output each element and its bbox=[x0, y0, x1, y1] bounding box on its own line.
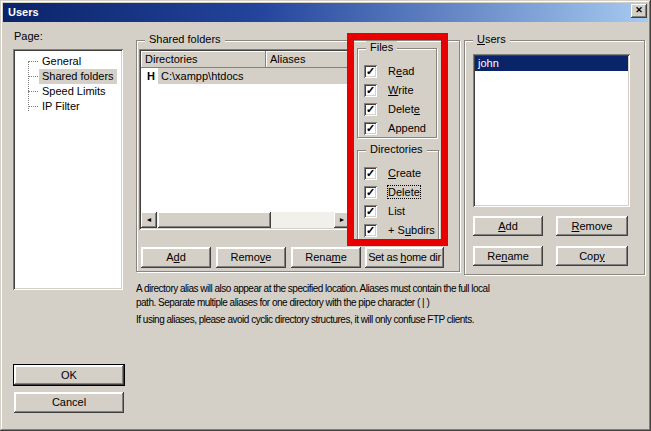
checkbox-label[interactable]: Delete bbox=[388, 103, 420, 115]
tree-item-label: IP Filter bbox=[39, 99, 83, 114]
page-label: Page: bbox=[14, 30, 43, 42]
checkmark-icon: ✓ bbox=[366, 223, 375, 237]
tree-stub bbox=[28, 91, 38, 92]
tree-stub bbox=[28, 106, 38, 107]
checkbox-row-delete-file: ✓ Delete bbox=[364, 101, 420, 115]
tree-stub bbox=[28, 61, 38, 62]
checkmark-icon: ✓ bbox=[366, 204, 375, 218]
page-tree: General Shared folders Speed Limits IP F… bbox=[13, 49, 123, 290]
directories-group-label: Directories bbox=[366, 143, 427, 155]
directories-group: Directories ✓ Create ✓ Delete ✓ List ✓ +… bbox=[357, 150, 439, 241]
tree-stub bbox=[28, 76, 38, 77]
scroll-left-button[interactable]: ◄ bbox=[141, 212, 157, 228]
rename-folder-button[interactable]: Rename bbox=[291, 247, 361, 268]
column-header-directories[interactable]: Directories bbox=[141, 51, 266, 68]
horizontal-scrollbar[interactable]: ◄ ► bbox=[141, 212, 350, 228]
checkmark-icon: ✓ bbox=[366, 102, 375, 116]
add-user-button[interactable]: Add bbox=[473, 216, 543, 236]
window-title: Users bbox=[8, 6, 39, 18]
tree-item-label: General bbox=[39, 54, 84, 69]
checkmark-icon: ✓ bbox=[366, 121, 375, 135]
files-group: Files ✓ Read ✓ Write ✓ Delete ✓ Append bbox=[357, 48, 437, 138]
scroll-left-icon: ◄ bbox=[146, 216, 153, 223]
sidebar-item-ip-filter[interactable]: IP Filter bbox=[13, 99, 123, 114]
scroll-right-button[interactable]: ► bbox=[334, 212, 350, 228]
tree-item-label: Speed Limits bbox=[39, 84, 109, 99]
files-group-label: Files bbox=[366, 41, 397, 53]
checkbox-row-list: ✓ List bbox=[364, 203, 405, 217]
subdirs-checkbox[interactable]: ✓ bbox=[364, 224, 377, 237]
scrollbar-thumb[interactable] bbox=[158, 212, 271, 228]
create-checkbox[interactable]: ✓ bbox=[364, 167, 377, 180]
checkbox-row-create: ✓ Create bbox=[364, 165, 421, 179]
directories-list[interactable]: Directories Aliases H C:\xampp\htdocs ◄ … bbox=[139, 49, 352, 230]
users-list[interactable]: john bbox=[473, 54, 630, 207]
users-group-label: Users bbox=[473, 33, 510, 45]
ok-button[interactable]: OK bbox=[13, 364, 125, 386]
cyclic-note: If using aliases, please avoid cyclic di… bbox=[136, 314, 474, 325]
checkmark-icon: ✓ bbox=[366, 64, 375, 78]
checkbox-label[interactable]: List bbox=[388, 205, 405, 217]
checkbox-row-read: ✓ Read bbox=[364, 63, 414, 77]
column-header-aliases[interactable]: Aliases bbox=[266, 51, 350, 68]
home-flag: H bbox=[147, 68, 155, 84]
list-checkbox[interactable]: ✓ bbox=[364, 205, 377, 218]
close-icon: ✕ bbox=[635, 5, 643, 15]
alias-note-line1: A directory alias will also appear at th… bbox=[136, 283, 489, 294]
checkmark-icon: ✓ bbox=[366, 166, 375, 180]
add-folder-button[interactable]: Add bbox=[141, 247, 211, 268]
write-checkbox[interactable]: ✓ bbox=[364, 84, 377, 97]
checkbox-label[interactable]: + Subdirs bbox=[388, 224, 435, 236]
checkbox-row-write: ✓ Write bbox=[364, 82, 414, 96]
set-as-home-dir-button[interactable]: Set as home dir bbox=[365, 247, 444, 268]
table-row[interactable]: H C:\xampp\htdocs bbox=[141, 68, 350, 84]
read-checkbox[interactable]: ✓ bbox=[364, 65, 377, 78]
checkbox-row-append: ✓ Append bbox=[364, 120, 426, 134]
title-bar[interactable]: Users bbox=[3, 3, 648, 22]
checkbox-label[interactable]: Read bbox=[388, 65, 414, 77]
tree-item-label: Shared folders bbox=[39, 69, 117, 84]
cancel-button[interactable]: Cancel bbox=[14, 392, 124, 413]
column-header-label: Directories bbox=[145, 53, 198, 65]
append-checkbox[interactable]: ✓ bbox=[364, 122, 377, 135]
scroll-right-icon: ► bbox=[339, 216, 346, 223]
checkbox-row-delete-dir: ✓ Delete bbox=[364, 184, 420, 198]
checkbox-row-subdirs: ✓ + Subdirs bbox=[364, 222, 435, 236]
close-button[interactable]: ✕ bbox=[631, 4, 647, 18]
sidebar-item-shared-folders[interactable]: Shared folders bbox=[13, 69, 123, 84]
list-item-user[interactable]: john bbox=[475, 56, 628, 71]
checkbox-label[interactable]: Write bbox=[388, 84, 413, 96]
checkbox-label[interactable]: Create bbox=[388, 167, 421, 179]
delete-dir-checkbox[interactable]: ✓ bbox=[364, 186, 377, 199]
sidebar-item-general[interactable]: General bbox=[13, 54, 123, 69]
alias-note-line2: path. Separate multiple aliases for one … bbox=[136, 297, 429, 308]
checkbox-label[interactable]: Append bbox=[388, 122, 426, 134]
column-header-label: Aliases bbox=[270, 53, 305, 65]
remove-folder-button[interactable]: Remove bbox=[216, 247, 286, 268]
checkmark-icon: ✓ bbox=[366, 185, 375, 199]
users-dialog: Users ✕ Page: General Shared folders Spe… bbox=[0, 0, 651, 431]
remove-user-button[interactable]: Remove bbox=[556, 216, 628, 236]
checkmark-icon: ✓ bbox=[366, 83, 375, 97]
shared-folders-group-label: Shared folders bbox=[145, 33, 225, 45]
sidebar-item-speed-limits[interactable]: Speed Limits bbox=[13, 84, 123, 99]
directory-path: C:\xampp\htdocs bbox=[158, 68, 350, 84]
rename-user-button[interactable]: Rename bbox=[473, 246, 543, 266]
copy-user-button[interactable]: Copy bbox=[556, 246, 628, 266]
checkbox-label[interactable]: Delete bbox=[388, 186, 420, 198]
user-name: john bbox=[478, 57, 499, 69]
delete-file-checkbox[interactable]: ✓ bbox=[364, 103, 377, 116]
